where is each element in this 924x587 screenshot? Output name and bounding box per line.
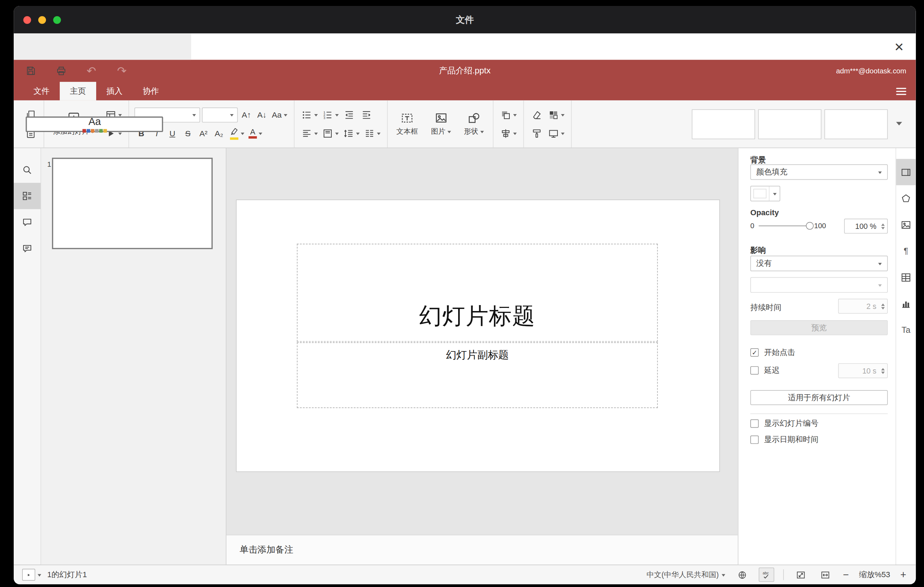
notes-area[interactable]: 单击添加备注 — [226, 535, 738, 564]
line-spacing-button[interactable] — [342, 125, 361, 141]
slide-size-button[interactable] — [546, 125, 565, 141]
subtitle-placeholder[interactable]: 幻灯片副标题 — [297, 342, 658, 408]
zoom-in-button[interactable]: + — [899, 570, 908, 580]
image-settings-tab[interactable] — [896, 211, 916, 238]
highlight-color-button[interactable] — [228, 125, 246, 141]
theme-preview-3[interactable] — [824, 109, 888, 139]
opacity-value: 100 % — [855, 222, 876, 230]
increase-indent-icon — [361, 109, 372, 120]
title-placeholder[interactable]: 幻灯片标题 — [297, 244, 658, 341]
start-on-click-checkbox[interactable]: ✓ — [750, 348, 759, 357]
textbox-label: 文本框 — [396, 127, 418, 137]
apply-to-all-slides-button[interactable]: 适用于所有幻灯片 — [750, 390, 888, 405]
opacity-slider[interactable] — [759, 225, 810, 226]
dialog-header: ✕ — [14, 33, 916, 60]
increase-indent-button[interactable] — [359, 107, 374, 122]
copy-style-button[interactable] — [529, 125, 544, 141]
redo-button[interactable]: ↷ — [115, 64, 129, 78]
paragraph-settings-tab[interactable]: ¶ — [896, 238, 916, 264]
theme-preview-1[interactable] — [692, 109, 755, 139]
color-scheme-button[interactable] — [546, 107, 565, 122]
tab-file[interactable]: 文件 — [23, 82, 60, 101]
fill-color-picker[interactable] — [750, 186, 780, 201]
document-language-button[interactable] — [734, 567, 750, 582]
slides-panel-button[interactable] — [14, 183, 41, 209]
delay-row: 延迟 — [750, 365, 779, 376]
change-case-button[interactable]: Aa — [271, 107, 288, 122]
slide[interactable]: 幻灯片标题 幻灯片副标题 — [237, 200, 719, 472]
tab-collaboration[interactable]: 协作 — [133, 82, 169, 101]
spellcheck-button[interactable] — [759, 568, 774, 582]
status-bar-right: 中文(中华人民共和国) − 缩放%53 + — [647, 567, 908, 582]
preview-button[interactable]: 预览 — [750, 320, 888, 335]
spinner-icon[interactable] — [881, 366, 885, 375]
delay-checkbox[interactable] — [750, 366, 759, 374]
chat-panel-button[interactable] — [14, 235, 41, 262]
start-slideshow-status-button[interactable] — [22, 569, 35, 581]
shape-settings-tab[interactable] — [896, 185, 916, 212]
show-slide-number-checkbox[interactable] — [750, 420, 759, 428]
horizontal-align-button[interactable] — [299, 125, 318, 141]
comment-icon — [21, 217, 33, 228]
effect-select[interactable]: 没有 — [750, 256, 888, 271]
vertical-align-button[interactable] — [320, 125, 340, 141]
delay-input[interactable]: 10 s — [838, 363, 888, 378]
zoom-out-button[interactable]: − — [842, 570, 850, 580]
close-icon[interactable]: ✕ — [891, 39, 908, 56]
numbering-icon — [322, 109, 333, 120]
numbering-button[interactable] — [320, 107, 340, 122]
table-settings-tab[interactable] — [896, 264, 916, 290]
font-size-select[interactable] — [202, 107, 238, 122]
chat-icon — [21, 243, 33, 254]
insert-image-button[interactable]: 图片 — [427, 111, 455, 137]
columns-button[interactable] — [362, 125, 381, 141]
slide-settings-tab[interactable] — [896, 159, 916, 185]
vertical-align-icon — [322, 127, 333, 139]
background-fill-select[interactable]: 颜色填充 — [750, 164, 888, 180]
show-date-time-checkbox[interactable] — [750, 436, 759, 444]
subscript-button[interactable]: A₂ — [212, 126, 226, 140]
insert-shape-button[interactable]: 形状 — [460, 111, 487, 137]
decrease-indent-button[interactable] — [342, 107, 357, 122]
chart-settings-tab[interactable] — [896, 290, 916, 317]
menu-icon[interactable] — [896, 87, 906, 94]
search-panel-button[interactable] — [14, 157, 41, 183]
fit-slide-button[interactable] — [793, 567, 808, 582]
save-button[interactable] — [23, 64, 38, 78]
textart-settings-tab[interactable]: Ta — [896, 317, 916, 343]
insert-textbox-button[interactable]: 文本框 — [393, 111, 422, 137]
language-select[interactable]: 中文(中华人民共和国) — [647, 570, 725, 580]
shape-align-button[interactable] — [498, 125, 518, 141]
superscript-button[interactable]: A² — [196, 126, 210, 140]
fit-slide-icon — [795, 570, 806, 580]
spinner-icon[interactable] — [881, 302, 885, 311]
theme-preview-selected[interactable]: Aa — [26, 116, 163, 132]
tab-insert[interactable]: 插入 — [96, 82, 133, 101]
strikethrough-button[interactable]: S — [181, 126, 195, 140]
effect-variant-select[interactable] — [750, 277, 888, 293]
arrange-icon — [500, 109, 511, 120]
slide-thumbnail[interactable] — [52, 158, 213, 249]
arrange-button[interactable] — [498, 107, 518, 122]
font-color-button[interactable]: A — [248, 125, 264, 141]
decrease-font-button[interactable]: A↓ — [255, 107, 269, 122]
undo-button[interactable]: ↶ — [84, 64, 99, 78]
clear-style-button[interactable] — [529, 107, 544, 122]
comments-panel-button[interactable] — [14, 209, 41, 236]
duration-input[interactable]: 2 s — [838, 299, 888, 314]
shape-icon — [467, 111, 480, 125]
shape-label: 形状 — [464, 127, 478, 137]
window-title: 文件 — [14, 6, 916, 33]
underline-button[interactable]: U — [165, 126, 179, 140]
increase-font-button[interactable]: A↑ — [239, 107, 253, 122]
theme-preview-2[interactable] — [758, 109, 821, 139]
theme-gallery-expand-button[interactable] — [891, 119, 908, 129]
opacity-input[interactable]: 100 % — [844, 219, 888, 234]
tab-home[interactable]: 主页 — [60, 82, 96, 101]
opacity-slider-knob[interactable] — [806, 222, 813, 229]
fit-width-button[interactable] — [817, 567, 833, 582]
print-button[interactable] — [54, 64, 68, 78]
shape-align-icon — [500, 127, 511, 139]
spinner-icon[interactable] — [881, 221, 885, 231]
bullets-button[interactable] — [299, 107, 318, 122]
